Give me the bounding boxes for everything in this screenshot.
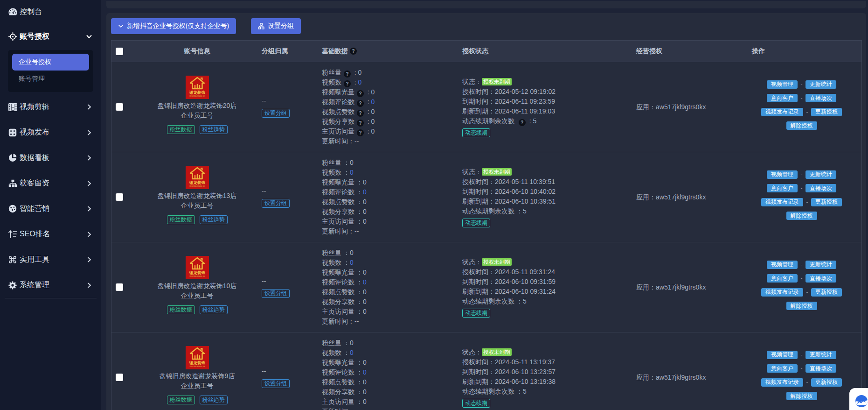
set-group-button[interactable]: 设置分组	[262, 379, 290, 388]
stat-value[interactable]: 0	[363, 188, 367, 196]
intent-customer-button[interactable]: 意向客户	[767, 364, 798, 373]
fans-trend-button[interactable]: 粉丝趋势	[200, 396, 228, 404]
live-sessions-button[interactable]: 直播场次	[806, 274, 836, 283]
set-group-toolbar-button[interactable]: 设置分组	[251, 18, 301, 34]
cell-select	[111, 103, 137, 111]
help-icon[interactable]: ?	[357, 90, 364, 97]
sidebar-item-label: 视频发布	[20, 127, 86, 137]
video-publish-record-button[interactable]: 视频发布记录	[761, 378, 803, 387]
intent-customer-button[interactable]: 意向客户	[767, 274, 798, 283]
stat-value[interactable]: 0	[358, 78, 362, 86]
action-button-row: 视频管理-更新统计	[767, 351, 836, 359]
intent-customer-button[interactable]: 意向客户	[767, 184, 798, 192]
sidebar-item-6[interactable]: 获客留资	[0, 171, 101, 197]
chevron-right-icon	[86, 181, 92, 186]
sidebar-item-9[interactable]: 实用工具	[0, 247, 101, 273]
stat-value[interactable]: 0	[350, 259, 354, 266]
video-manage-button[interactable]: 视频管理	[767, 351, 798, 359]
floating-assistant-widget[interactable]	[849, 388, 868, 410]
help-icon[interactable]: ?	[357, 129, 364, 136]
set-group-button[interactable]: 设置分组	[262, 199, 290, 208]
update-stats-button[interactable]: 更新统计	[806, 261, 836, 269]
fans-data-button[interactable]: 粉丝数据	[167, 396, 195, 404]
remove-auth-button[interactable]: 解除授权	[786, 212, 817, 220]
renew-button[interactable]: 动态续期	[462, 309, 490, 318]
sidebar-item-3[interactable]: 视频剪辑	[0, 94, 101, 120]
row-checkbox[interactable]	[116, 103, 123, 111]
video-publish-record-button[interactable]: 视频发布记录	[761, 108, 803, 116]
row-checkbox[interactable]	[116, 283, 123, 291]
stat-line: 视频点赞数 ：0	[322, 377, 458, 387]
update-auth-button[interactable]: 更新授权	[811, 288, 842, 297]
remove-auth-button[interactable]: 解除授权	[786, 392, 817, 400]
update-auth-button[interactable]: 更新授权	[811, 198, 842, 206]
live-sessions-button[interactable]: 直播场次	[806, 94, 836, 102]
set-group-button[interactable]: 设置分组	[262, 109, 290, 118]
fans-trend-button[interactable]: 粉丝趋势	[200, 125, 228, 134]
renew-button[interactable]: 动态续期	[462, 399, 490, 408]
cell-auth-status: 状态：授权未到期授权时间：2024-05-12 09:19:02到期时间：202…	[458, 77, 632, 137]
fans-data-button[interactable]: 粉丝数据	[167, 125, 195, 134]
live-sessions-button[interactable]: 直播场次	[806, 184, 836, 192]
live-sessions-button[interactable]: 直播场次	[806, 364, 836, 373]
help-icon[interactable]: ?	[357, 120, 364, 127]
row-checkbox[interactable]	[116, 193, 123, 201]
stat-value[interactable]: 0	[363, 278, 367, 286]
stat-value[interactable]: 0	[363, 368, 367, 376]
sidebar-subitem[interactable]: 账号管理	[12, 71, 89, 87]
stat-value[interactable]: 0	[371, 98, 375, 106]
set-group-button[interactable]: 设置分组	[262, 289, 290, 298]
sidebar-item-7[interactable]: 智能营销	[0, 196, 101, 222]
update-stats-button[interactable]: 更新统计	[806, 351, 836, 359]
chevron-right-icon	[86, 283, 92, 288]
remove-auth-button[interactable]: 解除授权	[786, 121, 817, 130]
intent-customer-button[interactable]: 意向客户	[767, 94, 798, 102]
status-line: 状态：授权未到期	[462, 77, 632, 87]
sidebar-item-10[interactable]: 系统管理	[0, 273, 101, 298]
button-separator: -	[798, 81, 806, 88]
auth-time-line: 授权时间：2024-05-11 10:39:51	[462, 177, 632, 187]
row-checkbox[interactable]	[116, 374, 123, 381]
video-manage-button[interactable]: 视频管理	[767, 80, 798, 89]
help-icon[interactable]: ?	[357, 100, 364, 107]
stat-value[interactable]: 0	[350, 349, 354, 356]
sidebar-item-4[interactable]: 视频发布	[0, 120, 101, 146]
sidebar-item-1[interactable]: 控制台	[0, 0, 101, 23]
video-manage-button[interactable]: 视频管理	[767, 261, 798, 269]
update-auth-button[interactable]: 更新授权	[811, 108, 842, 116]
renew-button[interactable]: 动态续期	[462, 128, 490, 137]
sidebar-subitem[interactable]: 企业号授权	[12, 54, 89, 71]
help-icon[interactable]: ?	[357, 110, 364, 117]
fans-trend-button[interactable]: 粉丝趋势	[200, 215, 228, 224]
stat-line: 视频评论数 ：0	[322, 368, 458, 377]
stat-value[interactable]: 0	[350, 169, 354, 176]
status-badge: 授权未到期	[482, 348, 512, 356]
fans-trend-button[interactable]: 粉丝趋势	[200, 305, 228, 314]
sidebar-item-5[interactable]: 数据看板	[0, 145, 101, 171]
video-manage-button[interactable]: 视频管理	[767, 170, 798, 179]
auth-time-line: 授权时间：2024-05-11 13:19:37	[462, 357, 632, 367]
renew-button[interactable]: 动态续期	[462, 219, 490, 227]
sidebar-item-2[interactable]: 账号授权	[0, 23, 101, 49]
fans-data-button[interactable]: 粉丝数据	[167, 215, 195, 224]
cell-auth-status: 状态：授权未到期授权时间：2024-05-11 09:31:24到期时间：202…	[458, 257, 632, 318]
chevron-right-icon	[86, 130, 92, 135]
update-stats-button[interactable]: 更新统计	[806, 170, 836, 179]
remove-auth-button[interactable]: 解除授权	[786, 302, 817, 310]
action-button-row: 意向客户-直播场次	[767, 184, 836, 192]
video-publish-record-button[interactable]: 视频发布记录	[761, 288, 803, 297]
help-icon[interactable]: ?	[344, 71, 351, 78]
update-stats-button[interactable]: 更新统计	[806, 80, 836, 89]
help-icon[interactable]: ?	[350, 48, 357, 55]
fans-data-button[interactable]: 粉丝数据	[167, 305, 195, 314]
sidebar-item-8[interactable]: SEO排名	[0, 222, 101, 247]
add-auth-button[interactable]: 新增抖音企业号授权(仅支持企业号)	[111, 18, 236, 34]
help-icon[interactable]: ?	[519, 119, 526, 126]
video-publish-record-button[interactable]: 视频发布记录	[761, 198, 803, 206]
select-all-checkbox[interactable]	[116, 48, 123, 55]
update-auth-button[interactable]: 更新授权	[811, 378, 842, 387]
svg-text:谢龙装饰: 谢龙装饰	[189, 90, 206, 95]
help-icon[interactable]: ?	[344, 80, 351, 87]
table-row: 谢龙装饰XIE LONG ZHUANG SHI盘锦旧房改造谢龙装饰10店企业员工…	[111, 242, 861, 332]
table-row: 谢龙装饰XIE LONG ZHUANG SHI盘锦旧房改造谢龙装饰20店企业员工…	[111, 62, 861, 152]
